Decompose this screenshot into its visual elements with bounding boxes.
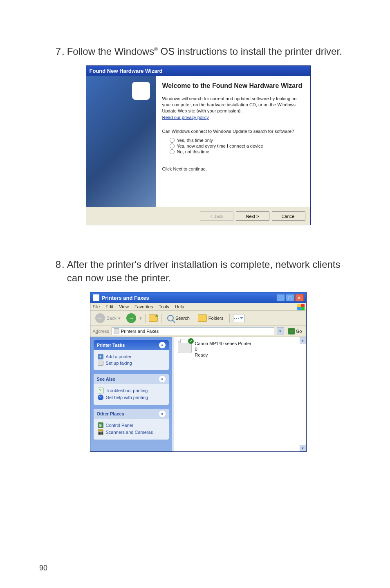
wizard-description: Windows will search for current and upda… (162, 96, 304, 114)
address-dropdown-button[interactable]: ▾ (277, 327, 284, 335)
step-8-text: After the printer's driver installation … (67, 258, 349, 285)
found-new-hardware-wizard: Found New Hardware Wizard Welcome to the… (86, 65, 311, 225)
minimize-button[interactable]: _ (276, 294, 285, 301)
views-button[interactable] (233, 314, 244, 322)
scanner-icon: 📷 (98, 429, 103, 435)
printers-icon (93, 294, 99, 301)
privacy-policy-link[interactable]: Read our privacy policy (162, 115, 209, 120)
up-folder-button[interactable] (149, 314, 158, 322)
step-7: 7 . Follow the Windows® OS instructions … (47, 45, 349, 58)
page-number: 90 (39, 564, 47, 572)
printer-queue-count: 0 (195, 347, 251, 352)
close-button[interactable]: × (295, 294, 304, 301)
collapse-icon: « (159, 411, 166, 417)
back-arrow-icon: ← (95, 313, 105, 323)
troubleshoot-printing-link[interactable]: ?Troubleshoot printing (98, 388, 165, 393)
other-places-panel: Other Places « ⚙Control Panel 📷Scanners … (94, 409, 169, 440)
pf-title-text: Printers and Faxes (102, 295, 149, 301)
printers-icon (114, 328, 119, 334)
menu-help[interactable]: Help (175, 304, 184, 309)
default-check-icon: ✓ (188, 338, 194, 344)
go-button[interactable]: → Go (287, 328, 304, 334)
step-8: 8 . After the printer's driver installat… (47, 258, 349, 285)
folders-button[interactable]: Folders (195, 314, 226, 323)
magnifier-icon (134, 84, 148, 97)
radio-icon (170, 138, 175, 143)
printer-tasks-panel: Printer Tasks « +Add a printer Set up fa… (94, 340, 169, 370)
control-panel-icon: ⚙ (98, 422, 103, 428)
scroll-down-button[interactable]: ▾ (300, 445, 306, 451)
next-button[interactable]: Next > (236, 211, 269, 221)
windows-logo-icon (297, 304, 305, 310)
menu-tools[interactable]: Tools (159, 304, 169, 309)
radio-yes-once[interactable]: Yes, this time only (170, 138, 304, 143)
search-icon (167, 315, 174, 321)
scanners-cameras-link[interactable]: 📷Scanners and Cameras (98, 429, 165, 435)
collapse-icon: « (159, 342, 166, 348)
maximize-button[interactable]: □ (286, 294, 294, 301)
folder-icon (198, 314, 207, 322)
printers-and-faxes-window: Printers and Faxes _ □ × File Edit View … (90, 292, 307, 452)
wizard-footer: < Back Next > Cancel (86, 207, 310, 225)
wizard-heading: Welcome to the Found New Hardware Wizard (162, 82, 304, 90)
address-input[interactable]: Printers and Faxes (112, 327, 274, 335)
side-panel: Printer Tasks « +Add a printer Set up fa… (90, 337, 172, 451)
help-icon: ? (98, 395, 103, 400)
step-8-num: 8 (47, 258, 61, 271)
printer-item[interactable]: ✓ Canon MP140 series Printer 0 Ready (178, 341, 302, 358)
printer-icon: ✓ (178, 341, 192, 353)
control-panel-link[interactable]: ⚙Control Panel (98, 422, 165, 428)
scroll-up-button[interactable]: ▴ (300, 337, 306, 343)
set-up-faxing-link[interactable]: Set up faxing (98, 361, 165, 366)
menu-file[interactable]: File (93, 304, 100, 309)
other-places-header[interactable]: Other Places « (94, 409, 169, 419)
wizard-titlebar: Found New Hardware Wizard (86, 66, 310, 76)
add-a-printer-link[interactable]: +Add a printer (98, 354, 165, 359)
radio-yes-always[interactable]: Yes, now and every time I connect a devi… (170, 144, 304, 148)
pf-titlebar: Printers and Faxes _ □ × (90, 292, 306, 303)
fax-icon (98, 361, 103, 366)
radio-icon (170, 149, 175, 154)
collapse-icon: « (159, 376, 166, 382)
wizard-question: Can Windows connect to Windows Update to… (162, 129, 304, 134)
troubleshoot-icon: ? (98, 388, 103, 393)
see-also-panel: See Also « ?Troubleshoot printing ?Get h… (94, 374, 169, 405)
radio-icon (170, 144, 175, 148)
add-printer-icon: + (98, 354, 103, 359)
forward-nav-button[interactable]: → (126, 313, 136, 323)
printer-status: Ready (195, 352, 251, 358)
get-help-printing-link[interactable]: ?Get help with printing (98, 395, 165, 400)
wizard-sidebar-graphic (86, 76, 156, 207)
back-button: < Back (200, 211, 233, 221)
printer-name: Canon MP140 series Printer (195, 341, 251, 347)
printer-tasks-header[interactable]: Printer Tasks « (94, 340, 169, 350)
step-7-num: 7 (47, 45, 61, 58)
search-button[interactable]: Search (165, 314, 192, 322)
wizard-click-next: Click Next to continue. (162, 166, 304, 171)
radio-no[interactable]: No, not this time (170, 149, 304, 154)
see-also-header[interactable]: See Also « (94, 374, 169, 384)
footer-rule (37, 556, 353, 556)
go-arrow-icon: → (288, 328, 295, 334)
menu-favorites[interactable]: Favorites (134, 304, 153, 309)
menu-view[interactable]: View (119, 304, 129, 309)
menu-bar: File Edit View Favorites Tools Help (90, 303, 306, 311)
menu-edit[interactable]: Edit (105, 304, 113, 309)
cancel-button[interactable]: Cancel (272, 211, 305, 221)
back-nav-button[interactable]: ← Back ▾ (93, 312, 123, 324)
printers-list: ▴ ✓ Canon MP140 series Printer 0 Ready ▾ (172, 337, 306, 451)
toolbar: ← Back ▾ → ▾ Search Folders (90, 311, 306, 326)
address-bar: Address Printers and Faxes ▾ → Go (90, 326, 306, 337)
